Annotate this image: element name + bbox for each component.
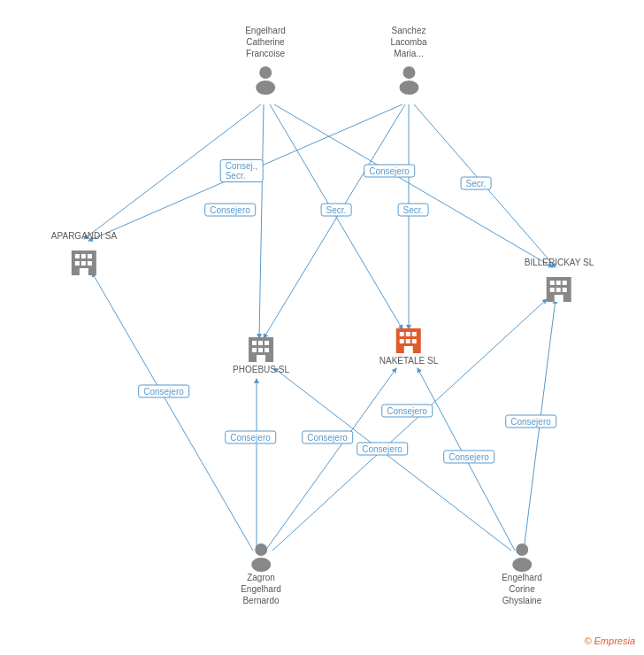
edge-label-consejero-bottom4: Consejero: [443, 451, 494, 464]
svg-line-2: [270, 104, 402, 329]
label-sanchez-lacomba: SanchezLacombaMaria...: [390, 25, 426, 59]
svg-rect-37: [406, 332, 410, 336]
person-icon-sanchez-lacomba: [393, 63, 425, 95]
node-zagron[interactable]: ZagronEngelhardBernardo: [241, 540, 281, 610]
svg-rect-41: [412, 339, 417, 343]
svg-rect-48: [556, 288, 561, 292]
person-icon-engelhard-corine: [506, 540, 538, 572]
svg-rect-26: [80, 268, 88, 275]
svg-rect-20: [75, 254, 80, 258]
edge-label-consejero-bottom1: Consejero: [225, 431, 276, 444]
node-billerickay[interactable]: BILLERICKAY SL: [525, 257, 594, 304]
svg-rect-32: [258, 348, 263, 352]
watermark-text: © Empresia: [584, 636, 635, 646]
svg-rect-34: [257, 355, 265, 362]
svg-point-54: [512, 558, 532, 572]
label-naketale: NAKETALE SL: [380, 355, 439, 366]
svg-line-13: [524, 299, 556, 551]
svg-rect-23: [75, 261, 80, 266]
svg-line-3: [274, 104, 553, 267]
label-zagron: ZagronEngelhardBernardo: [241, 572, 281, 606]
svg-point-17: [402, 66, 415, 79]
edge-label-consejero-2: Consejero: [364, 165, 415, 178]
edge-label-consejero-1: Consejero: [204, 204, 256, 217]
svg-point-15: [259, 66, 272, 79]
svg-rect-24: [81, 261, 86, 266]
building-icon-billerickay: [543, 272, 575, 304]
svg-line-8: [92, 273, 253, 551]
svg-point-52: [251, 558, 271, 572]
node-engelhard-corine[interactable]: EngelhardCorineGhyslaine: [502, 540, 542, 610]
svg-line-0: [84, 104, 261, 239]
building-icon-apargandi: [68, 245, 100, 277]
building-icon-naketale: [393, 323, 425, 355]
svg-rect-33: [264, 348, 269, 352]
edge-label-consejero-bottom3: Consejero: [356, 443, 408, 456]
connections-svg: [0, 0, 644, 655]
watermark: © Empresia: [584, 636, 635, 646]
edge-label-consejero-bottom2: Consejero: [302, 431, 353, 444]
svg-rect-45: [556, 281, 561, 285]
label-apargandi: APARGANDI SA: [51, 230, 117, 242]
svg-point-51: [255, 543, 267, 556]
svg-line-1: [259, 104, 264, 338]
svg-line-14: [274, 368, 511, 551]
svg-rect-42: [404, 346, 413, 353]
svg-rect-30: [264, 341, 269, 345]
label-phoebus: PHOEBUS SL: [233, 364, 289, 375]
svg-line-5: [264, 104, 405, 338]
edge-label-secr-right: Secr.: [461, 177, 492, 190]
svg-rect-29: [258, 341, 263, 345]
edge-label-consejero-right: Consejero: [505, 415, 556, 428]
svg-rect-39: [400, 339, 404, 343]
svg-line-4: [88, 104, 402, 241]
svg-rect-46: [563, 281, 567, 285]
svg-rect-36: [400, 332, 404, 336]
edge-label-consejero-left: Consejero: [138, 385, 189, 398]
node-sanchez-lacomba[interactable]: SanchezLacombaMaria...: [390, 25, 426, 95]
svg-point-18: [399, 81, 418, 95]
label-engelhard-corine: EngelhardCorineGhyslaine: [502, 572, 542, 606]
svg-point-53: [516, 543, 528, 556]
person-icon-zagron: [245, 540, 277, 572]
svg-rect-22: [88, 254, 92, 258]
svg-rect-31: [252, 348, 257, 352]
node-apargandi[interactable]: APARGANDI SA: [51, 230, 117, 277]
person-icon-engelhard-catherine: [249, 63, 281, 95]
node-engelhard-catherine[interactable]: EngelhardCatherineFrancoise: [245, 25, 286, 95]
svg-rect-25: [88, 261, 92, 266]
graph-container: Consej.,Secr. Consejero Consejero Secr. …: [0, 0, 644, 655]
svg-point-16: [256, 81, 275, 95]
svg-rect-40: [406, 339, 410, 343]
edge-label-consej-secr: Consej.,Secr.: [220, 159, 264, 182]
node-phoebus[interactable]: PHOEBUS SL: [233, 332, 289, 379]
svg-rect-50: [555, 295, 564, 302]
svg-rect-38: [412, 332, 417, 336]
svg-rect-44: [550, 281, 555, 285]
node-naketale[interactable]: NAKETALE SL: [380, 323, 439, 370]
label-engelhard-catherine: EngelhardCatherineFrancoise: [245, 25, 286, 59]
svg-line-12: [418, 368, 515, 551]
svg-rect-47: [550, 288, 555, 292]
svg-line-10: [265, 368, 396, 551]
label-billerickay: BILLERICKAY SL: [525, 257, 594, 268]
svg-rect-49: [563, 288, 567, 292]
svg-rect-21: [81, 254, 86, 258]
edge-label-secr-mid2: Secr.: [398, 204, 429, 217]
edge-label-consejero-naketale: Consejero: [381, 405, 433, 418]
svg-rect-28: [252, 341, 257, 345]
svg-line-7: [414, 104, 556, 267]
building-icon-phoebus: [245, 332, 277, 364]
edge-label-secr-mid1: Secr.: [321, 204, 352, 217]
